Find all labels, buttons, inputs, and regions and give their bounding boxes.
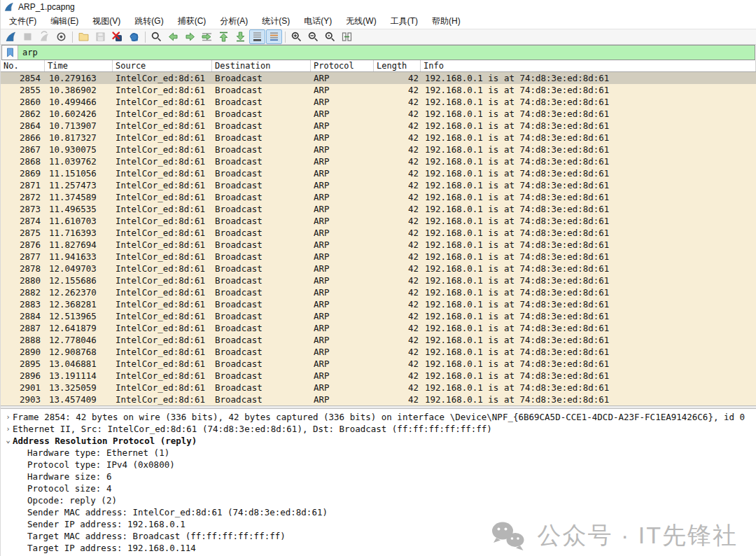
detail-field[interactable]: Target IP address: 192.168.0.114 (1, 542, 756, 554)
detail-tree-item[interactable]: ⌄Address Resolution Protocol (reply) (1, 435, 756, 447)
open-file-icon[interactable] (76, 29, 92, 44)
menu-item-6[interactable]: 统计(S) (255, 14, 297, 29)
packet-row[interactable]: 285410.279163IntelCor_ed:8d:61BroadcastA… (1, 72, 756, 84)
reload-file-icon[interactable] (126, 29, 142, 44)
column-header-no[interactable]: No. (1, 60, 45, 71)
packet-row[interactable]: 288712.641879IntelCor_ed:8d:61BroadcastA… (1, 322, 756, 334)
chevron-right-icon[interactable]: › (4, 423, 13, 435)
cell-num: 2854 (1, 72, 45, 84)
stop-capture-icon[interactable] (20, 29, 36, 44)
column-header-info[interactable]: Info (421, 60, 756, 71)
packet-row[interactable]: 287111.257473IntelCor_ed:8d:61BroadcastA… (1, 179, 756, 191)
cell-proto: ARP (311, 179, 374, 191)
packet-row[interactable]: 286911.151056IntelCor_ed:8d:61BroadcastA… (1, 167, 756, 179)
packet-row[interactable]: 288212.262370IntelCor_ed:8d:61BroadcastA… (1, 286, 756, 298)
packet-row[interactable]: 288812.778046IntelCor_ed:8d:61BroadcastA… (1, 334, 756, 346)
cell-time: 12.049703 (45, 263, 113, 274)
filter-bookmark-icon[interactable] (2, 46, 18, 60)
packet-list-header: No.TimeSourceDestinationProtocolLengthIn… (1, 60, 756, 72)
auto-scroll-icon[interactable] (249, 29, 265, 44)
detail-tree-item[interactable]: ›Frame 2854: 42 bytes on wire (336 bits)… (1, 411, 756, 423)
chevron-down-icon[interactable]: ⌄ (4, 434, 13, 446)
packet-row[interactable]: 290313.457409IntelCor_ed:8d:61BroadcastA… (1, 394, 756, 405)
packet-row[interactable]: 287211.374589IntelCor_ed:8d:61BroadcastA… (1, 191, 756, 203)
packet-row[interactable]: 289513.046881IntelCor_ed:8d:61BroadcastA… (1, 358, 756, 370)
column-header-length[interactable]: Length (374, 60, 421, 71)
go-last-packet-icon[interactable] (232, 29, 248, 44)
packet-row[interactable]: 286710.930075IntelCor_ed:8d:61BroadcastA… (1, 144, 756, 155)
chevron-right-icon[interactable]: › (4, 411, 13, 423)
detail-field[interactable]: Protocol size: 4 (1, 482, 756, 494)
column-header-time[interactable]: Time (45, 60, 113, 71)
cell-dst: Broadcast (212, 132, 311, 144)
packet-row[interactable]: 289613.191114IntelCor_ed:8d:61BroadcastA… (1, 370, 756, 382)
packet-row[interactable]: 286010.499466IntelCor_ed:8d:61BroadcastA… (1, 96, 756, 108)
cell-info: 192.168.0.1 is at 74:d8:3e:ed:8d:61 (421, 334, 756, 346)
packet-row[interactable]: 286811.039762IntelCor_ed:8d:61BroadcastA… (1, 155, 756, 167)
cell-dst: Broadcast (212, 167, 311, 179)
detail-field[interactable]: Sender IP address: 192.168.0.1 (1, 518, 756, 530)
save-file-icon[interactable] (92, 29, 108, 44)
detail-field[interactable]: Sender MAC address: IntelCor_ed:8d:61 (7… (1, 506, 756, 518)
cell-len: 42 (374, 346, 421, 358)
menu-item-8[interactable]: 无线(W) (339, 14, 383, 29)
colorize-packets-icon[interactable] (266, 29, 282, 44)
packet-row[interactable]: 290113.325059IntelCor_ed:8d:61BroadcastA… (1, 382, 756, 394)
detail-field[interactable]: Hardware type: Ethernet (1) (1, 447, 756, 459)
packet-row[interactable]: 286410.713907IntelCor_ed:8d:61BroadcastA… (1, 120, 756, 132)
detail-tree-item[interactable]: ›Ethernet II, Src: IntelCor_ed:8d:61 (74… (1, 423, 756, 435)
packet-row[interactable]: 285510.386902IntelCor_ed:8d:61BroadcastA… (1, 84, 756, 96)
menu-item-3[interactable]: 跳转(G) (127, 14, 170, 29)
packet-row[interactable]: 287812.049703IntelCor_ed:8d:61BroadcastA… (1, 263, 756, 274)
menu-item-7[interactable]: 电话(Y) (297, 14, 339, 29)
packet-row[interactable]: 289012.908768IntelCor_ed:8d:61BroadcastA… (1, 346, 756, 358)
packet-row[interactable]: 287511.716393IntelCor_ed:8d:61BroadcastA… (1, 227, 756, 239)
cell-dst: Broadcast (212, 191, 311, 203)
display-filter-input[interactable] (18, 46, 755, 60)
packet-row[interactable]: 286210.602426IntelCor_ed:8d:61BroadcastA… (1, 108, 756, 120)
detail-field[interactable]: Target MAC address: Broadcast (ff:ff:ff:… (1, 530, 756, 542)
packet-row[interactable]: 288312.368281IntelCor_ed:8d:61BroadcastA… (1, 298, 756, 310)
packet-row[interactable]: 288412.513965IntelCor_ed:8d:61BroadcastA… (1, 310, 756, 322)
cell-proto: ARP (311, 239, 374, 251)
go-forward-icon[interactable] (182, 29, 198, 44)
close-file-icon[interactable] (109, 29, 125, 44)
packet-row[interactable]: 287611.827694IntelCor_ed:8d:61BroadcastA… (1, 239, 756, 251)
menu-item-10[interactable]: 帮助(H) (425, 14, 468, 29)
cell-time: 10.386902 (45, 84, 113, 96)
cell-num: 2888 (1, 334, 45, 346)
zoom-reset-icon[interactable] (322, 29, 338, 44)
cell-proto: ARP (311, 322, 374, 334)
menu-item-1[interactable]: 编辑(E) (43, 14, 85, 29)
resize-columns-icon[interactable] (339, 29, 355, 44)
go-to-packet-icon[interactable] (199, 29, 215, 44)
menu-item-2[interactable]: 视图(V) (85, 14, 127, 29)
zoom-out-icon[interactable] (305, 29, 321, 44)
find-packet-icon[interactable] (148, 29, 164, 44)
cell-time: 11.716393 (45, 227, 113, 239)
menu-item-9[interactable]: 工具(T) (384, 14, 425, 29)
go-back-icon[interactable] (165, 29, 181, 44)
column-header-destination[interactable]: Destination (212, 60, 311, 71)
detail-field[interactable]: Hardware size: 6 (1, 471, 756, 482)
start-capture-icon[interactable] (3, 29, 19, 44)
packet-row[interactable]: 287311.496535IntelCor_ed:8d:61BroadcastA… (1, 203, 756, 215)
packet-row[interactable]: 287411.610703IntelCor_ed:8d:61BroadcastA… (1, 215, 756, 227)
menu-item-0[interactable]: 文件(F) (2, 14, 43, 29)
capture-options-icon[interactable] (53, 29, 69, 44)
menu-item-5[interactable]: 分析(A) (213, 14, 255, 29)
restart-capture-icon[interactable] (36, 29, 52, 44)
window-title: ARP_1.pcapng (18, 2, 75, 12)
column-header-source[interactable]: Source (113, 60, 212, 71)
detail-field[interactable]: Protocol type: IPv4 (0x0800) (1, 459, 756, 471)
packet-row[interactable]: 287711.941633IntelCor_ed:8d:61BroadcastA… (1, 251, 756, 263)
detail-field[interactable]: Opcode: reply (2) (1, 494, 756, 506)
cell-dst: Broadcast (212, 358, 311, 370)
column-header-protocol[interactable]: Protocol (311, 60, 374, 71)
packet-row[interactable]: 288012.155686IntelCor_ed:8d:61BroadcastA… (1, 274, 756, 286)
go-first-packet-icon[interactable] (216, 29, 232, 44)
packet-row[interactable]: 286610.817327IntelCor_ed:8d:61BroadcastA… (1, 132, 756, 144)
menu-item-4[interactable]: 捕获(C) (171, 14, 214, 29)
cell-dst: Broadcast (212, 346, 311, 358)
zoom-in-icon[interactable] (288, 29, 304, 44)
